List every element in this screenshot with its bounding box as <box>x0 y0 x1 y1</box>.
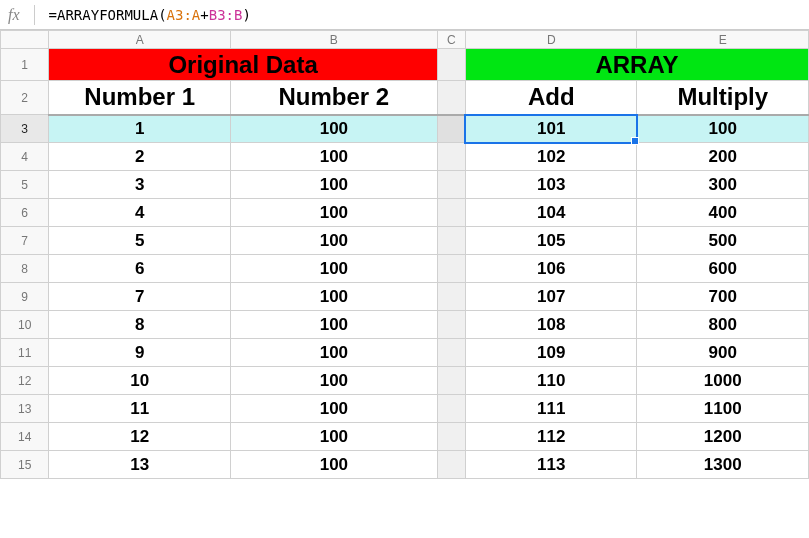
cell[interactable]: 800 <box>637 311 809 339</box>
header-array[interactable]: ARRAY <box>465 49 808 81</box>
cell[interactable]: 113 <box>465 451 636 479</box>
row-header[interactable]: 5 <box>1 171 49 199</box>
cell[interactable] <box>437 339 465 367</box>
formula-bar: fx =ARRAYFORMULA(A3:A+B3:B) <box>0 0 809 30</box>
cell[interactable]: 100 <box>230 115 437 143</box>
cell[interactable] <box>437 81 465 115</box>
row-header[interactable]: 12 <box>1 367 49 395</box>
cell[interactable]: 102 <box>465 143 636 171</box>
row-header[interactable]: 13 <box>1 395 49 423</box>
row-header[interactable]: 8 <box>1 255 49 283</box>
cell[interactable]: 100 <box>230 255 437 283</box>
cell[interactable]: 104 <box>465 199 636 227</box>
col-header-a[interactable]: A <box>49 31 231 49</box>
cell[interactable]: 900 <box>637 339 809 367</box>
cell[interactable]: 112 <box>465 423 636 451</box>
cell[interactable]: 101 <box>465 115 636 143</box>
row-header[interactable]: 6 <box>1 199 49 227</box>
cell[interactable]: 108 <box>465 311 636 339</box>
cell[interactable]: 100 <box>230 451 437 479</box>
row-header[interactable]: 9 <box>1 283 49 311</box>
cell[interactable]: 3 <box>49 171 231 199</box>
cell[interactable]: 109 <box>465 339 636 367</box>
cell[interactable] <box>437 451 465 479</box>
cell[interactable]: 100 <box>230 227 437 255</box>
cell[interactable]: 700 <box>637 283 809 311</box>
header-original-data[interactable]: Original Data <box>49 49 437 81</box>
cell[interactable]: 12 <box>49 423 231 451</box>
cell[interactable]: 4 <box>49 199 231 227</box>
cell[interactable]: 106 <box>465 255 636 283</box>
spreadsheet-grid[interactable]: A B C D E 1 Original Data ARRAY 2 Number… <box>0 30 809 479</box>
header-number2[interactable]: Number 2 <box>230 81 437 115</box>
cell[interactable]: 103 <box>465 171 636 199</box>
header-add[interactable]: Add <box>465 81 636 115</box>
header-number1[interactable]: Number 1 <box>49 81 231 115</box>
cell[interactable] <box>437 143 465 171</box>
fx-icon[interactable]: fx <box>8 6 20 24</box>
cell[interactable]: 400 <box>637 199 809 227</box>
row-header[interactable]: 7 <box>1 227 49 255</box>
cell[interactable]: 105 <box>465 227 636 255</box>
cell[interactable]: 100 <box>230 423 437 451</box>
cell[interactable] <box>437 171 465 199</box>
cell[interactable] <box>437 423 465 451</box>
cell[interactable]: 111 <box>465 395 636 423</box>
cell[interactable]: 1000 <box>637 367 809 395</box>
cell[interactable] <box>437 283 465 311</box>
cell[interactable]: 600 <box>637 255 809 283</box>
cell[interactable]: 107 <box>465 283 636 311</box>
cell[interactable] <box>437 199 465 227</box>
cell[interactable]: 500 <box>637 227 809 255</box>
row-header[interactable]: 11 <box>1 339 49 367</box>
cell[interactable]: 6 <box>49 255 231 283</box>
cell[interactable]: 11 <box>49 395 231 423</box>
cell[interactable]: 100 <box>230 339 437 367</box>
row-header[interactable]: 14 <box>1 423 49 451</box>
cell[interactable]: 100 <box>230 143 437 171</box>
cell[interactable]: 100 <box>230 311 437 339</box>
formula-input[interactable]: =ARRAYFORMULA(A3:A+B3:B) <box>49 7 251 23</box>
cell[interactable] <box>437 255 465 283</box>
cell[interactable]: 8 <box>49 311 231 339</box>
cell[interactable] <box>437 395 465 423</box>
cell[interactable]: 5 <box>49 227 231 255</box>
cell[interactable]: 7 <box>49 283 231 311</box>
cell[interactable]: 100 <box>230 395 437 423</box>
select-all-corner[interactable] <box>1 31 49 49</box>
row-header[interactable]: 1 <box>1 49 49 81</box>
cell[interactable]: 1300 <box>637 451 809 479</box>
cell[interactable]: 100 <box>230 367 437 395</box>
cell[interactable]: 1100 <box>637 395 809 423</box>
cell[interactable]: 1 <box>49 115 231 143</box>
cell[interactable]: 200 <box>637 143 809 171</box>
cell[interactable]: 1200 <box>637 423 809 451</box>
cell[interactable] <box>437 115 465 143</box>
cell[interactable]: 9 <box>49 339 231 367</box>
cell[interactable]: 110 <box>465 367 636 395</box>
cell[interactable]: 100 <box>637 115 809 143</box>
cell[interactable] <box>437 49 465 81</box>
header-multiply[interactable]: Multiply <box>637 81 809 115</box>
row-header[interactable]: 4 <box>1 143 49 171</box>
cell[interactable]: 100 <box>230 283 437 311</box>
cell[interactable]: 10 <box>49 367 231 395</box>
row-header[interactable]: 2 <box>1 81 49 115</box>
col-header-b[interactable]: B <box>230 31 437 49</box>
row-header[interactable]: 15 <box>1 451 49 479</box>
cell[interactable]: 300 <box>637 171 809 199</box>
cell[interactable] <box>437 311 465 339</box>
row-header[interactable]: 3 <box>1 115 49 143</box>
col-header-e[interactable]: E <box>637 31 809 49</box>
cell[interactable]: 13 <box>49 451 231 479</box>
cell[interactable]: 100 <box>230 171 437 199</box>
col-header-c[interactable]: C <box>437 31 465 49</box>
cell[interactable]: 2 <box>49 143 231 171</box>
cell[interactable] <box>437 367 465 395</box>
row-header[interactable]: 10 <box>1 311 49 339</box>
cell[interactable]: 100 <box>230 199 437 227</box>
col-header-d[interactable]: D <box>465 31 636 49</box>
cell[interactable] <box>437 227 465 255</box>
fx-divider <box>34 5 35 25</box>
